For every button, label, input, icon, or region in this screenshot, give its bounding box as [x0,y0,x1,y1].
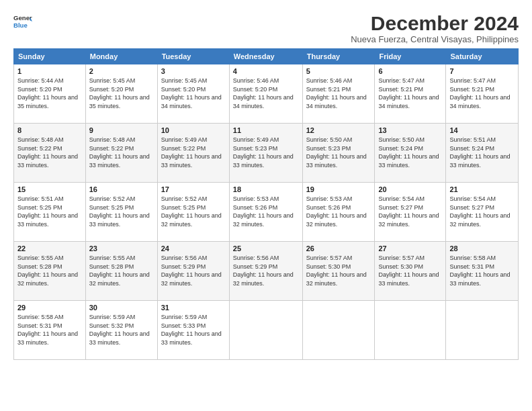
day-info: Sunrise: 5:58 AMSunset: 5:31 PMDaylight:… [449,255,510,287]
empty-cell [375,301,446,360]
day-cell-10: 10Sunrise: 5:49 AMSunset: 5:22 PMDayligh… [157,124,229,183]
day-info: Sunrise: 5:49 AMSunset: 5:23 PMDaylight:… [233,136,294,169]
day-info: Sunrise: 5:54 AMSunset: 5:27 PMDaylight:… [449,195,510,228]
day-number: 7 [449,67,515,75]
day-number: 10 [161,126,226,134]
day-cell-21: 21Sunrise: 5:54 AMSunset: 5:27 PMDayligh… [446,183,519,242]
day-number: 20 [378,185,442,193]
day-info: Sunrise: 5:51 AMSunset: 5:24 PMDaylight:… [449,136,510,169]
day-info: Sunrise: 5:56 AMSunset: 5:29 PMDaylight:… [161,255,222,287]
day-number: 13 [378,126,442,134]
day-cell-16: 16Sunrise: 5:52 AMSunset: 5:25 PMDayligh… [85,183,157,242]
day-cell-24: 24Sunrise: 5:56 AMSunset: 5:29 PMDayligh… [157,242,229,301]
day-info: Sunrise: 5:52 AMSunset: 5:25 PMDaylight:… [161,195,222,228]
day-number: 22 [17,244,82,253]
day-cell-15: 15Sunrise: 5:51 AMSunset: 5:25 PMDayligh… [14,183,86,242]
day-cell-3: 3Sunrise: 5:45 AMSunset: 5:20 PMDaylight… [157,64,229,124]
day-info: Sunrise: 5:50 AMSunset: 5:23 PMDaylight:… [306,136,367,169]
day-info: Sunrise: 5:46 AMSunset: 5:20 PMDaylight:… [233,77,294,109]
day-cell-6: 6Sunrise: 5:47 AMSunset: 5:21 PMDaylight… [375,64,446,124]
day-number: 21 [449,185,515,193]
empty-cell [446,301,519,360]
day-info: Sunrise: 5:55 AMSunset: 5:28 PMDaylight:… [17,255,78,287]
svg-text:General: General [13,14,32,21]
day-info: Sunrise: 5:45 AMSunset: 5:20 PMDaylight:… [89,77,150,109]
day-number: 3 [161,67,226,75]
day-cell-1: 1Sunrise: 5:44 AMSunset: 5:20 PMDaylight… [14,64,86,124]
day-info: Sunrise: 5:52 AMSunset: 5:25 PMDaylight:… [89,195,150,228]
header-wednesday: Wednesday [229,49,302,64]
day-info: Sunrise: 5:59 AMSunset: 5:33 PMDaylight:… [161,314,222,346]
day-info: Sunrise: 5:48 AMSunset: 5:22 PMDaylight:… [89,136,150,169]
day-number: 17 [161,185,226,193]
logo: General Blue [13,12,32,31]
day-number: 26 [306,244,371,253]
page: General Blue December 2024 Nueva Fuerza,… [0,0,532,411]
day-info: Sunrise: 5:47 AMSunset: 5:21 PMDaylight:… [449,77,510,109]
day-cell-19: 19Sunrise: 5:53 AMSunset: 5:26 PMDayligh… [302,183,375,242]
day-number: 30 [89,304,154,312]
day-cell-29: 29Sunrise: 5:58 AMSunset: 5:31 PMDayligh… [14,301,86,360]
calendar-week-3: 15Sunrise: 5:51 AMSunset: 5:25 PMDayligh… [14,183,519,242]
empty-cell [302,301,375,360]
title-section: December 2024 Nueva Fuerza, Central Visa… [351,12,519,44]
day-info: Sunrise: 5:57 AMSunset: 5:30 PMDaylight:… [378,255,439,287]
day-number: 27 [378,244,442,253]
day-cell-26: 26Sunrise: 5:57 AMSunset: 5:30 PMDayligh… [302,242,375,301]
header: General Blue December 2024 Nueva Fuerza,… [13,12,519,44]
day-info: Sunrise: 5:56 AMSunset: 5:29 PMDaylight:… [233,255,294,287]
day-number: 18 [233,185,299,193]
day-number: 25 [233,244,299,253]
day-info: Sunrise: 5:49 AMSunset: 5:22 PMDaylight:… [161,136,222,169]
day-number: 14 [449,126,515,134]
day-info: Sunrise: 5:57 AMSunset: 5:30 PMDaylight:… [306,255,367,287]
header-thursday: Thursday [302,49,375,64]
day-cell-9: 9Sunrise: 5:48 AMSunset: 5:22 PMDaylight… [85,124,157,183]
day-cell-7: 7Sunrise: 5:47 AMSunset: 5:21 PMDaylight… [446,64,519,124]
day-number: 2 [89,67,154,75]
month-title: December 2024 [351,12,519,34]
day-cell-12: 12Sunrise: 5:50 AMSunset: 5:23 PMDayligh… [302,124,375,183]
day-number: 28 [449,244,515,253]
day-number: 5 [306,67,371,75]
day-cell-14: 14Sunrise: 5:51 AMSunset: 5:24 PMDayligh… [446,124,519,183]
day-number: 15 [17,185,82,193]
day-info: Sunrise: 5:46 AMSunset: 5:21 PMDaylight:… [306,77,367,109]
day-info: Sunrise: 5:45 AMSunset: 5:20 PMDaylight:… [161,77,222,109]
day-cell-28: 28Sunrise: 5:58 AMSunset: 5:31 PMDayligh… [446,242,519,301]
day-cell-13: 13Sunrise: 5:50 AMSunset: 5:24 PMDayligh… [375,124,446,183]
day-cell-31: 31Sunrise: 5:59 AMSunset: 5:33 PMDayligh… [157,301,229,360]
day-info: Sunrise: 5:47 AMSunset: 5:21 PMDaylight:… [378,77,439,109]
calendar-week-2: 8Sunrise: 5:48 AMSunset: 5:22 PMDaylight… [14,124,519,183]
header-friday: Friday [375,49,446,64]
day-cell-22: 22Sunrise: 5:55 AMSunset: 5:28 PMDayligh… [14,242,86,301]
day-number: 19 [306,185,371,193]
calendar-week-1: 1Sunrise: 5:44 AMSunset: 5:20 PMDaylight… [14,64,519,124]
day-cell-5: 5Sunrise: 5:46 AMSunset: 5:21 PMDaylight… [302,64,375,124]
day-cell-30: 30Sunrise: 5:59 AMSunset: 5:32 PMDayligh… [85,301,157,360]
day-cell-4: 4Sunrise: 5:46 AMSunset: 5:20 PMDaylight… [229,64,302,124]
day-number: 4 [233,67,299,75]
day-cell-23: 23Sunrise: 5:55 AMSunset: 5:28 PMDayligh… [85,242,157,301]
day-info: Sunrise: 5:44 AMSunset: 5:20 PMDaylight:… [17,77,78,109]
day-info: Sunrise: 5:59 AMSunset: 5:32 PMDaylight:… [89,314,150,346]
day-info: Sunrise: 5:53 AMSunset: 5:26 PMDaylight:… [306,195,367,228]
header-monday: Monday [85,49,157,64]
header-saturday: Saturday [446,49,519,64]
empty-cell [229,301,302,360]
location: Nueva Fuerza, Central Visayas, Philippin… [351,34,519,44]
day-info: Sunrise: 5:58 AMSunset: 5:31 PMDaylight:… [17,314,78,346]
day-number: 8 [17,126,82,134]
day-number: 29 [17,304,82,312]
header-sunday: Sunday [14,49,86,64]
day-number: 24 [161,244,226,253]
day-cell-20: 20Sunrise: 5:54 AMSunset: 5:27 PMDayligh… [375,183,446,242]
day-info: Sunrise: 5:50 AMSunset: 5:24 PMDaylight:… [378,136,439,169]
day-number: 11 [233,126,299,134]
day-number: 12 [306,126,371,134]
svg-text:Blue: Blue [13,21,28,29]
calendar-table: SundayMondayTuesdayWednesdayThursdayFrid… [13,48,519,360]
day-number: 9 [89,126,154,134]
day-cell-25: 25Sunrise: 5:56 AMSunset: 5:29 PMDayligh… [229,242,302,301]
day-cell-8: 8Sunrise: 5:48 AMSunset: 5:22 PMDaylight… [14,124,86,183]
